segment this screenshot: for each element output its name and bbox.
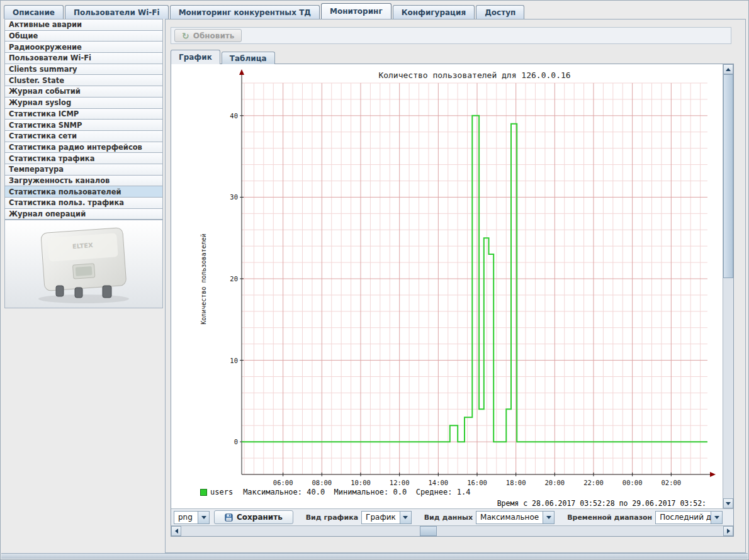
arrow-right-icon — [727, 529, 730, 534]
refresh-button[interactable]: ↻ Обновить — [174, 29, 242, 42]
view-tab[interactable]: График — [171, 50, 220, 64]
graph-view-select[interactable]: График — [361, 511, 412, 524]
view-tab[interactable]: Таблица — [222, 52, 275, 64]
y-tick-label: 40 — [213, 112, 238, 120]
time-range-select[interactable]: Последний день — [655, 511, 723, 524]
y-tick-label: 0 — [213, 438, 238, 445]
sidebar-item[interactable]: Активные аварии — [5, 20, 162, 31]
sidebar-item[interactable]: Статистика трафика — [5, 153, 162, 164]
access-point-image: ELTEX — [14, 223, 153, 306]
legend-series-name: users — [210, 488, 233, 496]
sidebar-item[interactable]: Статистика польз. трафика — [5, 198, 162, 209]
sidebar-item[interactable]: Статистика ICMP — [5, 109, 162, 120]
main-tab[interactable]: Пользователи Wi-Fi — [65, 5, 169, 19]
dropdown-arrow-icon — [403, 516, 408, 519]
vertical-scrollbar[interactable] — [723, 64, 733, 508]
vertical-scroll-thumb[interactable] — [723, 74, 733, 278]
x-tick-label: 14:00 — [425, 479, 451, 486]
svg-text:ELTEX: ELTEX — [72, 242, 94, 250]
graph-view-select-value: График — [361, 511, 400, 524]
time-range-label: Временной диапазон — [567, 513, 652, 522]
sidebar-item[interactable]: Статистика пользователей — [5, 186, 162, 198]
sidebar-item[interactable]: Общие — [5, 31, 162, 42]
data-view-select[interactable]: Максимальное — [476, 511, 555, 524]
x-tick-label: 16:00 — [465, 479, 490, 486]
sidebar-item[interactable]: Clients summary — [5, 64, 162, 76]
chart-title: Количество пользователей для 126.0.0.16 — [242, 70, 707, 80]
dropdown-arrow-icon — [714, 516, 719, 519]
legend: usersМаксимальное: 40.0 Минимальное: 0.0… — [200, 488, 470, 496]
scroll-right-button[interactable] — [723, 526, 733, 536]
format-select-arrow[interactable] — [198, 511, 210, 524]
vertical-scroll-track[interactable] — [723, 74, 733, 498]
sidebar-item[interactable]: Радиоокружение — [5, 42, 162, 53]
scroll-up-button[interactable] — [723, 64, 733, 74]
main-tabbar: ОписаниеПользователи Wi-FiМониторинг кон… — [4, 3, 524, 19]
horizontal-scroll-track[interactable] — [181, 526, 723, 536]
format-select-value: png — [174, 511, 198, 524]
legend-swatch — [200, 489, 207, 496]
main-tab[interactable]: Мониторинг конкурентных ТД — [170, 5, 320, 19]
format-select[interactable]: png — [174, 511, 210, 524]
sidebar-item[interactable]: Статистика сети — [5, 131, 162, 142]
sidebar-item[interactable]: Загруженность каналов — [5, 176, 162, 187]
time-range-select-arrow[interactable] — [711, 511, 723, 524]
time-range-label: Время с 28.06.2017 03:52:28 по 29.06.201… — [497, 499, 706, 508]
main-tab[interactable]: Мониторинг — [321, 3, 391, 19]
main-tab[interactable]: Описание — [4, 5, 64, 19]
y-tick-label: 10 — [213, 357, 238, 364]
refresh-toolbar: ↻ Обновить — [171, 27, 731, 44]
main-tab[interactable]: Доступ — [476, 5, 524, 19]
y-axis-title: Количество пользователей — [194, 83, 213, 474]
app-window: ОписаниеПользователи Wi-FiМониторинг кон… — [0, 0, 749, 560]
x-tick-label: 12:00 — [387, 479, 412, 486]
horizontal-scroll-thumb[interactable] — [420, 526, 437, 536]
sidebar-item[interactable]: Журнал событий — [5, 86, 162, 98]
main-panel: ↻ Обновить ГрафикТаблица Количество поль… — [165, 19, 746, 553]
y-tick-label: 30 — [213, 193, 238, 201]
save-icon — [225, 513, 233, 522]
dropdown-arrow-icon — [546, 516, 551, 519]
plot-area — [242, 83, 707, 474]
arrow-down-icon — [726, 502, 731, 505]
arrow-up-icon — [726, 68, 731, 71]
sidebar-item[interactable]: Статистика радио интерфейсов — [5, 142, 162, 154]
sidebar-item[interactable]: Пользователи Wi-Fi — [5, 53, 162, 64]
scroll-left-button[interactable] — [171, 526, 181, 536]
legend-stats: Максимальное: 40.0 Минимальное: 0.0 Сред… — [243, 488, 470, 496]
refresh-label: Обновить — [193, 31, 235, 40]
chart-panel: Количество пользователей для 126.0.0.16 … — [171, 64, 734, 537]
x-tick-label: 22:00 — [581, 479, 606, 486]
view-tabbar: ГрафикТаблица — [171, 50, 275, 64]
data-view-select-value: Максимальное — [476, 511, 543, 524]
device-image-panel: ELTEX — [4, 220, 163, 308]
graph-view-label: Вид графика — [306, 513, 358, 522]
window-footer — [1, 553, 748, 559]
data-view-select-arrow[interactable] — [543, 511, 555, 524]
graph-view-select-arrow[interactable] — [400, 511, 412, 524]
graph-canvas: Количество пользователей для 126.0.0.16 … — [171, 64, 723, 508]
arrow-left-icon — [175, 529, 178, 534]
sidebar-item[interactable]: Журнал операций — [5, 209, 162, 220]
x-tick-label: 08:00 — [309, 479, 334, 486]
x-tick-label: 20:00 — [542, 479, 567, 486]
x-tick-label: 00:00 — [620, 479, 645, 486]
sidebar-list: Активные аварииОбщиеРадиоокружениеПользо… — [4, 19, 163, 220]
sidebar-item[interactable]: Статистика SNMP — [5, 120, 162, 131]
sidebar-item[interactable]: Температура — [5, 164, 162, 176]
data-view-label: Вид данных — [424, 513, 473, 522]
save-button[interactable]: Сохранить — [214, 510, 293, 524]
chart-controls: png Сохранить Вид графика — [171, 508, 733, 525]
horizontal-scrollbar[interactable] — [171, 525, 733, 536]
scroll-down-button[interactable] — [723, 498, 733, 508]
sidebar-item[interactable]: Журнал syslog — [5, 98, 162, 109]
save-button-label: Сохранить — [237, 513, 283, 522]
sidebar-item[interactable]: Cluster. State — [5, 75, 162, 86]
y-tick-label: 20 — [213, 275, 238, 283]
sidebar: Активные аварииОбщиеРадиоокружениеПользо… — [4, 19, 163, 308]
x-tick-label: 06:00 — [271, 479, 296, 486]
refresh-icon: ↻ — [182, 31, 189, 40]
main-tab[interactable]: Конфигурация — [393, 5, 475, 19]
time-range-select-value: Последний день — [655, 511, 711, 524]
x-tick-label: 02:00 — [658, 479, 684, 486]
